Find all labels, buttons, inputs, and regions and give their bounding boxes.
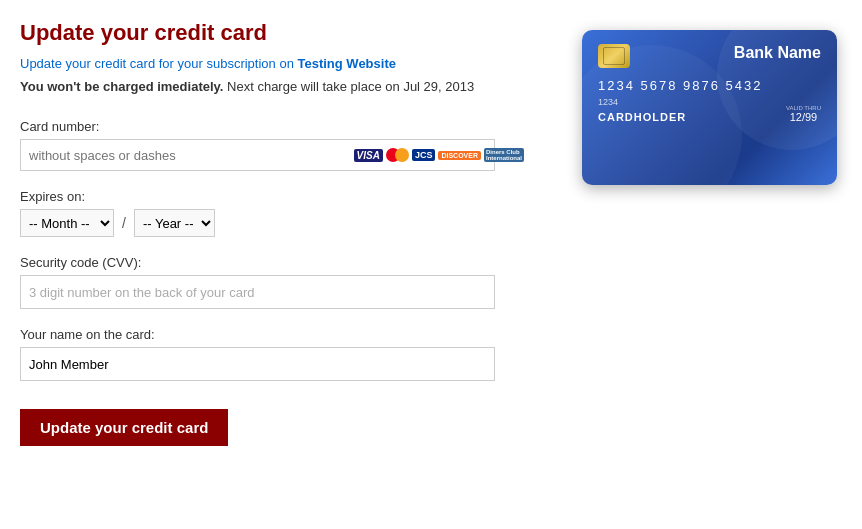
card-preview-section: Bank Name 1234 5678 9876 5432 1234 CARDH… — [582, 30, 842, 185]
expires-row: -- Month -- January February March April… — [20, 209, 530, 237]
charge-notice: You won't be charged imediately. Next ch… — [20, 79, 530, 94]
year-select[interactable]: -- Year -- 2013 2014 2015 2016 2017 2018… — [134, 209, 215, 237]
form-section: Update your credit card Update your cred… — [20, 20, 530, 446]
visa-icon: VISA — [354, 149, 383, 162]
security-code-group: Security code (CVV): — [20, 255, 530, 309]
name-label: Your name on the card: — [20, 327, 530, 342]
name-input[interactable] — [20, 347, 495, 381]
diners-icon: Diners ClubInternational — [484, 148, 524, 162]
card-number-wrapper: VISA JCS DISCOVER Diners ClubInternation… — [20, 139, 530, 171]
discover-icon: DISCOVER — [438, 151, 481, 160]
card-small-number: 1234 — [598, 97, 686, 107]
card-chip-icon — [598, 44, 630, 68]
subtitle: Update your credit card for your subscri… — [20, 56, 530, 71]
card-valid-label: VALID THRU — [786, 105, 821, 111]
subtitle-prefix: Update your credit card for your subscri… — [20, 56, 294, 71]
charge-notice-rest: Next charge will take place on Jul 29, 2… — [227, 79, 474, 94]
mastercard-icon — [386, 148, 409, 162]
security-code-label: Security code (CVV): — [20, 255, 530, 270]
card-number-group: Card number: VISA JCS DISCOVER Diners Cl… — [20, 119, 530, 171]
card-icons: VISA JCS DISCOVER Diners ClubInternation… — [354, 148, 524, 162]
expires-group: Expires on: -- Month -- January February… — [20, 189, 530, 237]
card-number-label: Card number: — [20, 119, 530, 134]
slash-separator: / — [122, 215, 126, 231]
expires-label: Expires on: — [20, 189, 530, 204]
submit-button[interactable]: Update your credit card — [20, 409, 228, 446]
page-title: Update your credit card — [20, 20, 530, 46]
credit-card: Bank Name 1234 5678 9876 5432 1234 CARDH… — [582, 30, 837, 185]
brand-name: Testing Website — [297, 56, 395, 71]
charge-notice-bold: You won't be charged imediately. — [20, 79, 223, 94]
security-code-input[interactable] — [20, 275, 495, 309]
card-valid-section: VALID THRU 12/99 — [786, 105, 821, 123]
card-number-display: 1234 5678 9876 5432 — [598, 78, 821, 93]
card-expiry: 12/99 — [786, 111, 821, 123]
card-bank-name: Bank Name — [734, 44, 821, 62]
card-top-row: Bank Name — [598, 44, 821, 68]
month-select[interactable]: -- Month -- January February March April… — [20, 209, 114, 237]
name-group: Your name on the card: — [20, 327, 530, 381]
jcs-icon: JCS — [412, 149, 436, 161]
card-cardholder: CARDHOLDER — [598, 111, 686, 123]
